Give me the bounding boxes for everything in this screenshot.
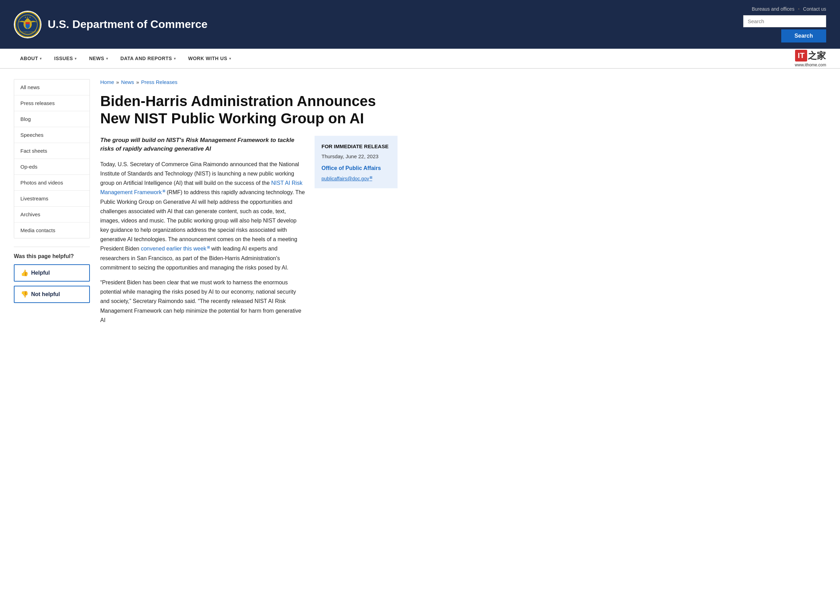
- helpful-button[interactable]: 👍 Helpful: [14, 264, 90, 282]
- nav-about[interactable]: ABOUT ▾: [14, 49, 48, 68]
- header-left: ★ ★ ★ UNITED STATES OF AMERICA U.S. Depa…: [14, 11, 207, 38]
- link-separator: •: [798, 6, 800, 12]
- article-paragraph-1: Today, U.S. Secretary of Commerce Gina R…: [100, 160, 306, 272]
- doc-seal-icon: ★ ★ ★ UNITED STATES OF AMERICA: [15, 12, 40, 37]
- search-area: Search: [743, 15, 826, 43]
- sidebar-item-blog[interactable]: Blog: [14, 111, 90, 127]
- search-input[interactable]: [743, 15, 826, 27]
- helpful-section: Was this page helpful? 👍 Helpful 👎 Not h…: [14, 253, 90, 303]
- ithome-chars: 之家: [808, 50, 826, 62]
- ithome-badge: IT 之家 www.ithome.com: [795, 50, 826, 67]
- breadcrumb-sep-1: »: [116, 79, 119, 85]
- svg-point-4: [26, 18, 29, 22]
- thumbs-up-icon: 👍: [21, 269, 28, 277]
- breadcrumb-section[interactable]: Press Releases: [141, 79, 177, 85]
- nav-issues[interactable]: ISSUES ▾: [48, 49, 83, 68]
- header-links: Bureaus and offices • Contact us: [752, 6, 826, 12]
- thumbs-down-icon: 👎: [21, 290, 28, 298]
- ithome-url: www.ithome.com: [795, 63, 826, 67]
- svg-text:★ ★ ★: ★ ★ ★: [25, 16, 31, 18]
- bureaus-link[interactable]: Bureaus and offices: [752, 6, 795, 12]
- nav-work-with-us[interactable]: WORK WITH US ▾: [182, 49, 237, 68]
- release-label: FOR IMMEDIATE RELEASE: [322, 143, 391, 150]
- chevron-down-icon: ▾: [229, 57, 231, 60]
- sidebar-item-photos-videos[interactable]: Photos and videos: [14, 175, 90, 191]
- main-navbar: ABOUT ▾ ISSUES ▾ NEWS ▾ DATA AND REPORTS…: [0, 49, 840, 69]
- chevron-down-icon: ▾: [106, 57, 108, 60]
- svg-text:UNITED STATES OF AMERICA: UNITED STATES OF AMERICA: [18, 31, 38, 33]
- article-subtitle: The group will build on NIST's Risk Mana…: [100, 136, 306, 153]
- nav-items: ABOUT ▾ ISSUES ▾ NEWS ▾ DATA AND REPORTS…: [14, 49, 237, 68]
- ithome-it-text: IT: [795, 50, 808, 62]
- chevron-down-icon: ▾: [75, 57, 77, 60]
- article-paragraph-2: “President Biden has been clear that we …: [100, 278, 306, 325]
- nav-data-reports[interactable]: DATA AND REPORTS ▾: [114, 49, 182, 68]
- sidebar: All news Press releases Blog Speeches Fa…: [14, 79, 90, 330]
- sidebar-item-fact-sheets[interactable]: Fact sheets: [14, 143, 90, 159]
- svg-rect-3: [26, 22, 30, 24]
- helpful-title: Was this page helpful?: [14, 253, 90, 260]
- sidebar-item-livestreams[interactable]: Livestreams: [14, 191, 90, 207]
- chevron-down-icon: ▾: [40, 57, 42, 60]
- site-header: ★ ★ ★ UNITED STATES OF AMERICA U.S. Depa…: [0, 0, 840, 49]
- breadcrumb: Home » News » Press Releases: [100, 79, 398, 85]
- article-title: Biden-Harris Administration Announces Ne…: [100, 92, 398, 128]
- article-body: Today, U.S. Secretary of Commerce Gina R…: [100, 160, 306, 325]
- sidebar-item-all-news[interactable]: All news: [14, 79, 90, 95]
- breadcrumb-home[interactable]: Home: [100, 79, 114, 85]
- article-layout: The group will build on NIST's Risk Mana…: [100, 136, 398, 330]
- search-button[interactable]: Search: [781, 29, 826, 43]
- sidebar-item-press-releases[interactable]: Press releases: [14, 95, 90, 111]
- contact-link[interactable]: Contact us: [803, 6, 826, 12]
- release-office: Office of Public Affairs: [322, 165, 391, 172]
- sidebar-item-op-eds[interactable]: Op-eds: [14, 159, 90, 175]
- header-right: Bureaus and offices • Contact us Search: [743, 6, 826, 43]
- release-info-box: FOR IMMEDIATE RELEASE Thursday, June 22,…: [314, 136, 398, 188]
- breadcrumb-sep-2: »: [136, 79, 139, 85]
- article-area: Home » News » Press Releases Biden-Harri…: [100, 79, 398, 330]
- sidebar-item-media-contacts[interactable]: Media contacts: [14, 223, 90, 238]
- main-container: All news Press releases Blog Speeches Fa…: [0, 69, 840, 341]
- chevron-down-icon: ▾: [174, 57, 176, 60]
- article-main: The group will build on NIST's Risk Mana…: [100, 136, 306, 330]
- not-helpful-button[interactable]: 👎 Not helpful: [14, 286, 90, 303]
- breadcrumb-news[interactable]: News: [121, 79, 134, 85]
- biden-meeting-link[interactable]: convened earlier this week: [141, 246, 210, 252]
- sidebar-nav: All news Press releases Blog Speeches Fa…: [14, 79, 90, 238]
- ithome-logo: IT 之家: [795, 50, 826, 62]
- release-date: Thursday, June 22, 2023: [322, 153, 391, 159]
- org-name: U.S. Department of Commerce: [48, 18, 207, 31]
- nav-news[interactable]: NEWS ▾: [83, 49, 115, 68]
- logo-circle: ★ ★ ★ UNITED STATES OF AMERICA: [14, 11, 41, 38]
- release-email[interactable]: publicaffairs@doc.gov: [322, 176, 372, 181]
- sidebar-item-speeches[interactable]: Speeches: [14, 127, 90, 143]
- sidebar-item-archives[interactable]: Archives: [14, 207, 90, 223]
